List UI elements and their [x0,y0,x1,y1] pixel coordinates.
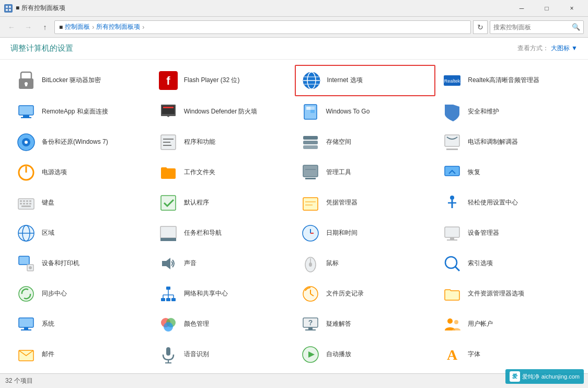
minimize-button[interactable]: ─ [510,0,534,17]
search-input[interactable] [493,24,572,31]
defaultprograms-label: 默认程序 [184,199,209,207]
cp-item-users[interactable]: 用户帐户 [436,310,578,339]
cp-item-storage[interactable]: 存储空间 [295,128,436,157]
cp-item-sound[interactable]: 声音 [153,249,294,278]
maximize-button[interactable]: □ [535,0,559,17]
troubleshoot-label: 疑难解答 [326,320,351,328]
troubleshoot-icon: ? [300,314,321,335]
up-button[interactable]: ↑ [38,20,52,35]
region-label: 区域 [42,229,54,237]
svg-text:f: f [166,74,170,87]
svg-rect-86 [166,287,170,290]
cp-item-devicemgr[interactable]: 设备管理器 [436,219,578,248]
synccenter-label: 同步中心 [42,290,67,298]
close-button[interactable]: × [560,0,584,17]
cp-item-credentials[interactable]: 凭据管理器 [295,188,436,218]
cp-item-backup[interactable]: 备份和还原(Windows 7) [10,128,152,157]
svg-rect-68 [160,226,176,238]
cp-item-region[interactable]: 区域 [10,219,152,248]
cp-item-synccenter[interactable]: 同步中心 [10,279,152,309]
cp-item-security[interactable]: 安全和维护 [436,97,578,127]
cp-item-taskbar[interactable]: 任务栏和导航 [153,219,294,248]
programs-label: 程序和功能 [184,138,215,146]
cp-item-internet[interactable]: Internet 选项 [295,65,436,96]
cp-item-system[interactable]: 系统 [10,310,152,339]
search-bar: 🔍 [490,20,584,34]
svg-rect-88 [166,298,170,301]
realtek-label: Realtek高清晰音频管理器 [468,76,539,85]
users-icon [442,314,463,335]
cp-item-mail[interactable]: 邮件 [10,340,152,369]
svg-rect-69 [160,238,176,241]
cp-item-phone[interactable]: 电话和调制解调器 [436,128,578,157]
refresh-button[interactable]: ↻ [473,20,488,34]
cp-item-colormgmt[interactable]: 颜色管理 [153,310,294,339]
breadcrumb-controlpanel-text[interactable]: 控制面板 [65,22,90,31]
internet-icon [301,70,322,91]
cp-item-speech[interactable]: 语音识别 [153,340,294,369]
cp-item-admintools[interactable]: 管理工具 [295,158,436,187]
cp-item-fonts[interactable]: A字体 [436,340,578,369]
window-title: ■ 所有控制面板项 [16,4,510,13]
cp-item-bitlocker[interactable]: BitLocker 驱动器加密 [10,65,152,96]
cp-item-windefender[interactable]: Windows Defender 防火墙 [153,97,294,127]
svg-rect-58 [161,196,176,210]
cp-item-autoplay[interactable]: 自动播放 [295,340,436,369]
region-icon [16,223,37,244]
backup-label: 备份和还原(Windows 7) [42,138,108,146]
network-icon [158,283,179,304]
cp-item-flash[interactable]: fFlash Player (32 位) [153,65,294,96]
breadcrumb-allitems[interactable]: 所有控制面板项 [96,22,140,31]
cp-item-fileexplorer[interactable]: 文件资源管理器选项 [436,279,578,309]
svg-text:?: ? [308,318,313,327]
cp-item-remoteapp[interactable]: RemoteApp 和桌面连接 [10,97,152,127]
cp-item-datetime[interactable]: 日期和时间 [295,219,436,248]
content-area: BitLocker 驱动器加密fFlash Player (32 位)Inter… [0,60,588,373]
autoplay-icon [300,344,321,365]
realtek-icon: Realtek [442,70,463,91]
cp-item-keyboard[interactable]: 键盘 [10,188,152,218]
window-icon [4,4,13,13]
cp-item-realtek[interactable]: RealtekRealtek高清晰音频管理器 [436,65,578,96]
svg-rect-41 [446,149,458,150]
cp-item-indexing[interactable]: 索引选项 [436,249,578,278]
cp-item-accessibility[interactable]: 轻松使用设置中心 [436,188,578,218]
search-button[interactable]: 🔍 [572,22,580,32]
forward-button[interactable]: → [21,20,36,35]
fileexplorer-label: 文件资源管理器选项 [468,290,524,298]
svg-rect-50 [23,200,25,202]
back-button[interactable]: ← [4,20,19,35]
credentials-icon [300,192,321,213]
breadcrumb-sep1: › [92,24,94,31]
address-path[interactable]: ■ 控制面板 › 所有控制面板项 › [54,20,471,34]
svg-rect-57 [21,206,31,207]
svg-rect-4 [21,72,31,79]
cp-item-programs[interactable]: 程序和功能 [153,128,294,157]
cp-item-mouse[interactable]: 鼠标 [295,249,436,278]
view-current[interactable]: 大图标 ▼ [551,44,578,53]
remoteapp-icon [16,101,37,122]
svg-text:Realtek: Realtek [444,78,460,84]
system-icon [16,314,37,335]
breadcrumb-controlpanel[interactable]: ■ [59,24,63,31]
svg-rect-73 [445,227,459,237]
datetime-label: 日期和时间 [326,229,358,237]
cp-item-troubleshoot[interactable]: ?疑难解答 [295,310,436,339]
network-label: 网络和共享中心 [184,290,228,298]
cp-item-devices[interactable]: 设备和打印机 [10,249,152,278]
filehistory-icon [300,283,321,304]
cp-item-recovery[interactable]: 恢复 [436,158,578,187]
cp-item-windowstogo[interactable]: Windows To Go [295,97,436,127]
svg-rect-55 [26,203,28,204]
sound-icon [158,253,179,274]
cp-item-filehistory[interactable]: 文件历史记录 [295,279,436,309]
svg-rect-87 [161,298,165,301]
svg-rect-44 [303,165,318,177]
cp-item-workfolder[interactable]: 工作文件夹 [153,158,294,187]
svg-point-62 [450,196,454,200]
filehistory-label: 文件历史记录 [326,290,364,298]
cp-item-defaultprograms[interactable]: 默认程序 [153,188,294,218]
cp-item-network[interactable]: 网络和共享中心 [153,279,294,309]
status-text: 32 个项目 [5,376,33,385]
cp-item-power[interactable]: 电源选项 [10,158,152,187]
